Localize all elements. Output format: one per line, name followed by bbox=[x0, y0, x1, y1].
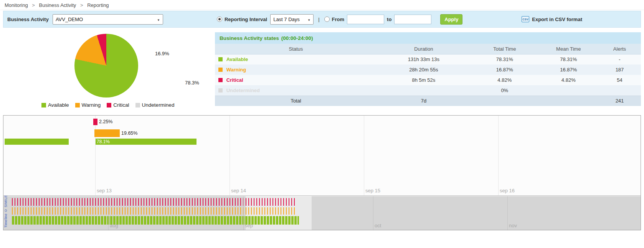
cell-total-label: Total bbox=[215, 96, 377, 106]
cell-total-time: 16.87% bbox=[471, 64, 539, 75]
business-activity-label: Business Activity bbox=[7, 17, 49, 22]
column-header-total-time: Total Time bbox=[471, 44, 539, 54]
month-gridline bbox=[373, 196, 373, 230]
content-row: 16.9% 78.3% Available Warning Critical U… bbox=[3, 32, 641, 111]
day-gridline bbox=[364, 116, 364, 195]
csv-icon: CSV bbox=[522, 16, 529, 22]
day-label: sep 15 bbox=[365, 188, 380, 193]
status-swatch-available bbox=[218, 57, 223, 61]
cell-alerts: - bbox=[598, 54, 641, 64]
day-gridline bbox=[498, 116, 499, 195]
pie-slice-label-warning: 16.9% bbox=[155, 51, 169, 56]
column-header-alerts: Alerts bbox=[598, 44, 641, 54]
status-label-undetermined: Undetermined bbox=[226, 88, 260, 93]
from-date-input[interactable] bbox=[347, 15, 384, 24]
month-label: sep bbox=[245, 223, 253, 228]
breadcrumb-business-activity[interactable]: Business Activity bbox=[39, 2, 76, 8]
column-header-mean-time: Mean Time bbox=[539, 44, 598, 54]
cell-mean-time: 78.31% bbox=[539, 54, 598, 64]
table-row-available: Available 131h 33m 13s 78.31% 78.31% - bbox=[215, 54, 641, 64]
legend-swatch-warning bbox=[75, 103, 80, 107]
cell-mean-time bbox=[539, 85, 598, 96]
states-table-time-range: (00:00-24:00) bbox=[281, 35, 313, 41]
column-header-status: Status bbox=[215, 44, 377, 54]
breadcrumb-monitoring[interactable]: Monitoring bbox=[5, 2, 28, 8]
cell-duration: 7d bbox=[377, 96, 471, 106]
reporting-interval-label: Reporting Interval bbox=[225, 17, 267, 22]
apply-button[interactable]: Apply bbox=[440, 14, 462, 25]
cell-total-time: 4.82% bbox=[471, 75, 539, 85]
breadcrumb-reporting: Reporting bbox=[87, 2, 109, 8]
timeline-bar-available-previous[interactable] bbox=[5, 139, 69, 145]
overview-ticks-critical bbox=[12, 198, 296, 206]
status-swatch-undetermined bbox=[218, 88, 223, 93]
reporting-interval-radio[interactable] bbox=[217, 17, 222, 22]
cell-alerts bbox=[598, 85, 641, 96]
export-csv-button[interactable]: CSV Export in CSV format bbox=[522, 16, 582, 22]
cell-alerts: 187 bbox=[598, 64, 641, 75]
pie-chart[interactable]: 16.9% 78.3% bbox=[74, 34, 138, 98]
legend-item-warning: Warning bbox=[75, 102, 101, 108]
cell-duration bbox=[377, 85, 471, 96]
legend-swatch-available bbox=[41, 103, 46, 107]
timeline-overview-band[interactable]: aug sep oct nov bbox=[3, 196, 641, 230]
day-label: sep 13 bbox=[97, 188, 112, 193]
day-gridline bbox=[95, 116, 96, 195]
reporting-interval-value: Last 7 Days bbox=[273, 17, 300, 22]
month-gridline bbox=[108, 196, 109, 230]
status-label-critical: Critical bbox=[226, 77, 243, 83]
legend-item-critical: Critical bbox=[107, 102, 129, 108]
month-label: nov bbox=[509, 223, 517, 228]
month-label: oct bbox=[375, 223, 381, 228]
cell-total-time: 0% bbox=[471, 85, 539, 96]
status-label-available: Available bbox=[226, 56, 248, 62]
custom-range-radio[interactable] bbox=[324, 17, 330, 22]
reporting-interval-select[interactable]: Last 7 Days bbox=[270, 14, 314, 25]
cell-duration: 8h 5m 52s bbox=[377, 75, 471, 85]
table-row-total: Total 7d 241 bbox=[215, 96, 641, 106]
table-row-warning: Warning 28h 20m 55s 16.87% 16.87% 187 bbox=[215, 64, 641, 75]
to-label: to bbox=[387, 17, 391, 22]
timeline-bar-critical[interactable] bbox=[93, 119, 97, 125]
cell-duration: 131h 33m 13s bbox=[377, 54, 471, 64]
cell-alerts: 241 bbox=[598, 96, 641, 106]
timeline-main-band[interactable]: sep 13 sep 14 sep 15 sep 16 2.25% 19.65%… bbox=[3, 116, 641, 196]
status-swatch-critical bbox=[218, 78, 223, 82]
month-gridline bbox=[243, 196, 244, 230]
states-table-panel: Business Activity states (00:00-24:00) S… bbox=[215, 32, 641, 111]
to-date-input[interactable] bbox=[394, 15, 431, 24]
breadcrumb-separator: > bbox=[80, 2, 83, 8]
timeline-bar-available[interactable]: 78.1% bbox=[96, 139, 197, 145]
pie-chart-panel: 16.9% 78.3% Available Warning Critical U… bbox=[3, 32, 215, 111]
business-activity-select[interactable]: AVV_DEMO bbox=[53, 14, 163, 25]
chevron-down-icon bbox=[157, 17, 160, 22]
from-label: From bbox=[332, 17, 345, 22]
month-gridline bbox=[507, 196, 508, 230]
pie-slice-label-available: 78.3% bbox=[185, 80, 199, 86]
table-row-undetermined: Undetermined 0% bbox=[215, 85, 641, 96]
overview-ticks-warning bbox=[12, 207, 297, 215]
timeline-bar-label-critical: 2.25% bbox=[99, 119, 112, 124]
month-label: aug bbox=[110, 223, 118, 228]
cell-mean-time bbox=[539, 96, 598, 106]
breadcrumb: Monitoring > Business Activity > Reporti… bbox=[0, 0, 644, 10]
legend-item-available: Available bbox=[41, 102, 69, 108]
business-activity-value: AVV_DEMO bbox=[56, 17, 83, 22]
day-label: sep 16 bbox=[500, 188, 515, 193]
table-row-critical: Critical 8h 5m 52s 4.82% 4.82% 54 bbox=[215, 75, 641, 85]
legend-item-undetermined: Undetermined bbox=[135, 102, 175, 108]
timeline-bar-warning[interactable] bbox=[94, 129, 120, 137]
timeline-bar-label-available: 78.1% bbox=[96, 139, 197, 145]
export-csv-label: Export in CSV format bbox=[532, 17, 582, 22]
states-table-header-row: Status Duration Total Time Mean Time Ale… bbox=[215, 44, 641, 54]
timeline-watermark: Timeline © SIMILE bbox=[4, 195, 8, 228]
legend-swatch-undetermined bbox=[135, 103, 140, 107]
cell-mean-time: 16.87% bbox=[539, 64, 598, 75]
states-table-title: Business Activity states (00:00-24:00) bbox=[215, 32, 641, 44]
cell-mean-time: 4.82% bbox=[539, 75, 598, 85]
day-gridline bbox=[230, 116, 230, 195]
pie-legend: Available Warning Critical Undetermined bbox=[41, 102, 174, 108]
status-swatch-warning bbox=[218, 68, 223, 72]
chevron-down-icon bbox=[307, 17, 310, 22]
day-label: sep 14 bbox=[231, 188, 246, 193]
